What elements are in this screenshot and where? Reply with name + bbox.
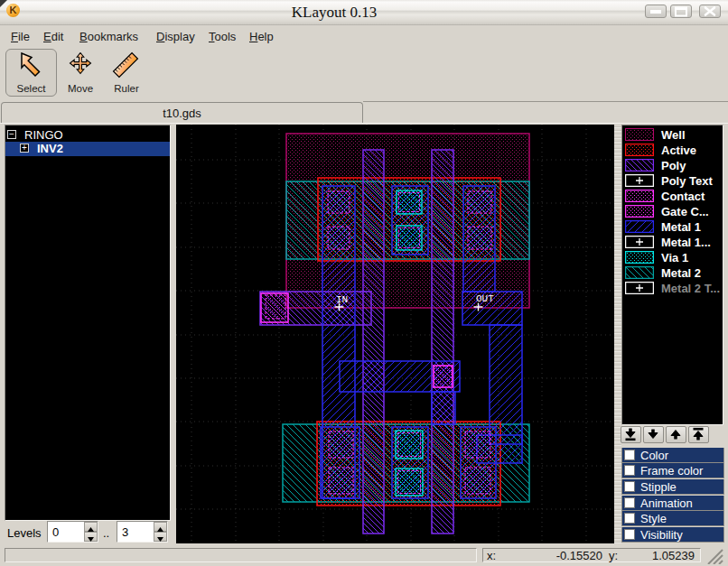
svg-text:IN: IN bbox=[336, 294, 348, 305]
svg-text:OUT: OUT bbox=[476, 293, 494, 304]
